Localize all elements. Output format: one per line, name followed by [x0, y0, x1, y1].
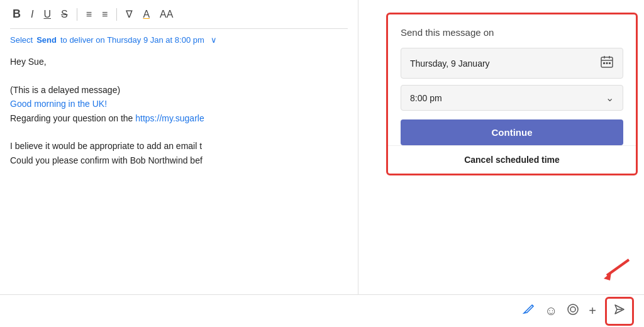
send-button[interactable] — [608, 300, 631, 323]
schedule-chevron-icon: ∨ — [211, 35, 217, 45]
send-button-wrapper — [605, 297, 634, 326]
toolbar-divider-2 — [116, 8, 117, 21]
send-icon — [613, 303, 626, 319]
email-line-5: Regarding your question on the https://m… — [10, 111, 348, 125]
svg-line-9 — [532, 305, 533, 306]
font-size-button[interactable]: AA — [157, 8, 175, 21]
popup-title: Send this message on — [401, 27, 623, 38]
schedule-send-bold: Send — [36, 35, 57, 45]
formatting-toolbar: B I U S ≡ ≡ ∇ A AA — [10, 6, 348, 29]
bold-button[interactable]: B — [10, 6, 23, 22]
schedule-suffix: to deliver on Thursday 9 Jan at 8:00 pm — [60, 35, 204, 45]
time-value: 8:00 pm — [410, 93, 442, 103]
schedule-bar[interactable]: Select Send to deliver on Thursday 9 Jan… — [10, 35, 348, 45]
time-chevron-icon: ⌄ — [606, 92, 614, 104]
time-picker-field[interactable]: 8:00 pm ⌄ — [401, 85, 623, 111]
font-color-button[interactable]: A — [140, 8, 152, 21]
cancel-scheduled-time-button[interactable]: Cancel scheduled time — [464, 155, 560, 165]
toolbar-divider-1 — [77, 8, 77, 21]
underline-button[interactable]: U — [41, 8, 53, 21]
schedule-popup: Send this message on Thursday, 9 January… — [386, 13, 638, 175]
editor-area: B I U S ≡ ≡ ∇ A AA Select Send to delive… — [0, 0, 358, 327]
email-line-1: Hey Sue, — [10, 55, 348, 69]
pen-icon[interactable] — [522, 302, 536, 319]
svg-line-7 — [607, 260, 629, 275]
plus-icon[interactable]: + — [589, 304, 596, 318]
cancel-section: Cancel scheduled time — [388, 145, 636, 174]
svg-rect-4 — [603, 62, 605, 64]
bottom-toolbar: ☺ + — [0, 294, 644, 327]
bullets-button[interactable]: ≡ — [84, 8, 94, 21]
red-arrow-indicator — [597, 257, 635, 284]
email-line-3: (This is a delayed message) — [10, 83, 348, 97]
date-value: Thursday, 9 January — [410, 58, 490, 69]
svg-rect-6 — [609, 62, 611, 64]
email-line-8: Could you please confirm with Bob Northw… — [10, 153, 348, 167]
schedule-prefix: Select — [10, 35, 33, 45]
strikethrough-button[interactable]: S — [58, 8, 70, 21]
emoji-icon[interactable]: ☺ — [545, 304, 557, 318]
date-picker-field[interactable]: Thursday, 9 January — [401, 48, 623, 79]
email-line-7: I believe it would be appropriate to add… — [10, 139, 348, 153]
svg-point-11 — [570, 307, 575, 312]
email-body: Hey Sue, (This is a delayed message) Goo… — [10, 55, 348, 167]
numbered-list-button[interactable]: ≡ — [99, 8, 110, 21]
italic-button[interactable]: I — [28, 8, 36, 21]
continue-button[interactable]: Continue — [401, 119, 623, 145]
calendar-icon — [600, 55, 614, 72]
chat-icon[interactable] — [566, 302, 580, 319]
filter-button[interactable]: ∇ — [123, 7, 135, 21]
email-link[interactable]: https://my.sugarle — [135, 113, 204, 123]
svg-rect-5 — [606, 62, 608, 64]
svg-point-10 — [568, 304, 578, 314]
email-line-4: Good morning in the UK! — [10, 97, 348, 111]
